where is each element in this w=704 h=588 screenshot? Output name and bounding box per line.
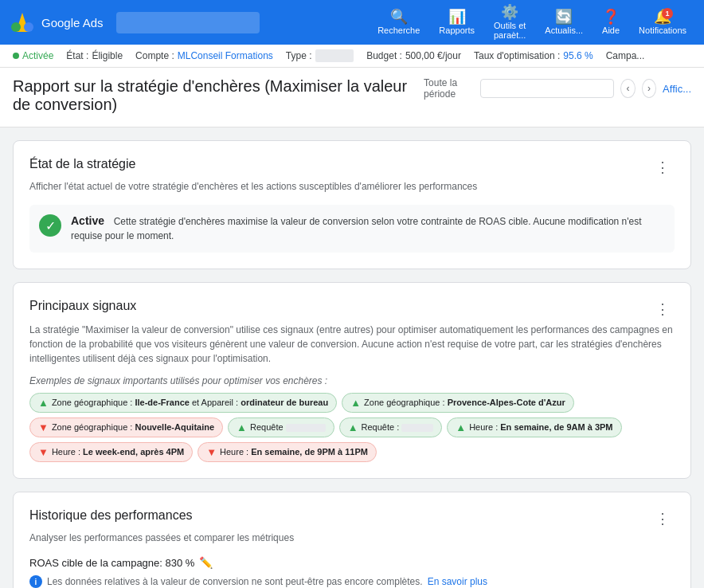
signal-tag-text: Zone géographique : Provence-Alpes-Cote … (364, 397, 565, 408)
status-bar: Activée État : Éligible Compte : MLConse… (0, 45, 704, 68)
top-navigation: Google Ads 🔍 Recherche 📊 Rapports ⚙️ Out… (0, 0, 704, 45)
next-date-button[interactable]: › (642, 79, 656, 98)
logo-text: Google Ads (41, 16, 104, 29)
historique-card-title: Historique des performances (29, 508, 193, 523)
signaux-examples-label: Exemples de signaux importants utilisés … (29, 375, 675, 386)
roas-cible-label: ROAS cible de la campagne: 830 % (29, 557, 194, 569)
arrow-down-icon: ▼ (38, 446, 49, 458)
nav-actualiser[interactable]: 🔄 Actualis... (537, 6, 591, 38)
logo: Google Ads (10, 10, 104, 35)
nav-actualiser-label: Actualis... (545, 25, 583, 35)
compte-link[interactable]: MLConseil Formations (178, 50, 273, 61)
nav-rapports[interactable]: 📊 Rapports (431, 6, 483, 38)
page-title: Rapport sur la stratégie d'enchères (Max… (13, 77, 424, 114)
svg-point-1 (24, 22, 33, 32)
budget-label: Budget : (366, 50, 402, 61)
arrow-up-icon: ▲ (350, 397, 361, 409)
nav-actions: 🔍 Recherche 📊 Rapports ⚙️ Outils etparaè… (370, 2, 694, 43)
nav-recherche-label: Recherche (377, 25, 420, 35)
etat-value: Éligible (92, 50, 123, 61)
status-type: Type : (286, 49, 354, 62)
historique-card-header: Historique des performances ⋮ (29, 508, 675, 529)
signal-tag-text: Heure : En semaine, de 9AM à 3PM (469, 421, 612, 433)
historique-more-button[interactable]: ⋮ (651, 508, 675, 529)
signal-tag: ▲ Zone géographique : Provence-Alpes-Cot… (342, 393, 574, 413)
nav-rapports-label: Rapports (439, 25, 475, 35)
status-budget: Budget : 500,00 €/jour (366, 50, 461, 61)
bell-icon: 🔔 1 (654, 10, 671, 24)
signal-tag: ▲ Zone géographique : Ile-de-France et A… (29, 393, 337, 413)
signal-tag-text: Requête : (362, 421, 434, 433)
info-icon: i (29, 575, 42, 588)
signaux-more-button[interactable]: ⋮ (651, 299, 675, 319)
notification-badge: 1 (662, 8, 673, 19)
active-dot (13, 53, 19, 59)
info-row: i Les données relatives à la valeur de c… (29, 575, 675, 588)
nav-aide[interactable]: ❓ Aide (594, 6, 628, 38)
arrow-down-icon: ▼ (206, 446, 217, 458)
nav-notifications-label: Notifications (639, 25, 686, 35)
signal-tag-text: Zone géographique : Ile-de-France et App… (52, 397, 328, 408)
afficher-link[interactable]: Affic... (663, 83, 691, 95)
signal-tag-text: Heure : Le week-end, après 4PM (52, 446, 184, 457)
tools-icon: ⚙️ (501, 5, 518, 19)
main-content: État de la stratégie ⋮ Afficher l'état a… (0, 127, 704, 588)
nav-outils[interactable]: ⚙️ Outils etparaèt... (486, 2, 534, 43)
etat-strategie-card: État de la stratégie ⋮ Afficher l'état a… (13, 140, 691, 269)
active-status-label: Active (71, 214, 104, 227)
nav-recherche[interactable]: 🔍 Recherche (370, 6, 428, 38)
signal-tag: ▲ Requête (228, 417, 334, 437)
compte-label: Compte : (135, 50, 174, 61)
status-compte: Compte : MLConseil Formations (135, 50, 273, 61)
taux-value: 95.6 % (563, 50, 593, 61)
etat-label: État : (66, 50, 88, 61)
signal-tag: ▼ Heure : Le week-end, après 4PM (29, 442, 193, 462)
type-label: Type : (286, 50, 312, 61)
signaux-card-title: Principaux signaux (29, 299, 136, 313)
date-range-input[interactable] (480, 79, 614, 98)
signal-tag: ▼ Heure : En semaine, de 9PM à 11PM (198, 442, 377, 462)
signal-tag: ▲ Heure : En semaine, de 9AM à 3PM (447, 417, 621, 437)
historique-card-subtitle: Analyser les performances passées et com… (29, 532, 675, 543)
info-text: Les données relatives à la valeur de con… (47, 576, 423, 587)
signal-tag: ▼ Zone géographique : Nouvelle-Aquitaine (29, 417, 223, 437)
arrow-up-icon: ▲ (456, 421, 466, 433)
etat-card-header: État de la stratégie ⋮ (29, 157, 675, 178)
status-active: Activée (13, 50, 53, 61)
etat-card-title: État de la stratégie (29, 157, 135, 171)
refresh-icon: 🔄 (555, 10, 573, 24)
budget-value: 500,00 €/jour (405, 50, 461, 61)
nav-aide-label: Aide (602, 25, 620, 35)
etat-card-subtitle: Afficher l'état actuel de votre stratégi… (29, 181, 675, 192)
signal-tag-text: Heure : En semaine, de 9PM à 11PM (220, 446, 368, 457)
status-etat: État : Éligible (66, 50, 123, 61)
active-status-desc: Cette stratégie d'enchères maximise la v… (71, 216, 642, 241)
signal-tag-text: Zone géographique : Nouvelle-Aquitaine (52, 421, 214, 433)
status-taux: Taux d'optimisation : 95.6 % (474, 50, 593, 61)
active-status-content: Active Cette stratégie d'enchères maximi… (71, 214, 665, 243)
info-link[interactable]: En savoir plus (428, 576, 487, 587)
nav-notifications[interactable]: 🔔 1 Notifications (631, 6, 694, 38)
google-ads-logo-icon (10, 10, 35, 35)
prev-date-button[interactable]: ‹ (620, 79, 635, 98)
nav-search-input[interactable] (116, 12, 260, 33)
campagne-label: Campa... (606, 50, 645, 61)
signal-tags-container: ▲ Zone géographique : Ile-de-France et A… (29, 393, 675, 462)
arrow-up-icon: ▲ (38, 397, 49, 409)
date-range-label: Toute la période (424, 77, 474, 100)
page-header: Rapport sur la stratégie d'enchères (Max… (0, 68, 704, 127)
signal-tag: ▲ Requête : (339, 417, 443, 437)
roas-cible-row: ROAS cible de la campagne: 830 % ✏️ (29, 556, 675, 569)
svg-point-2 (11, 22, 21, 32)
historique-card: Historique des performances ⋮ Analyser l… (13, 492, 691, 588)
signaux-card-header: Principaux signaux ⋮ (29, 299, 675, 319)
taux-label: Taux d'optimisation : (474, 50, 560, 61)
signaux-card: Principaux signaux ⋮ La stratégie "Maxim… (13, 282, 691, 479)
edit-icon[interactable]: ✏️ (199, 556, 213, 569)
signaux-card-subtitle: La stratégie "Maximiser la valeur de con… (29, 323, 675, 366)
arrow-up-icon: ▲ (237, 421, 247, 433)
etat-more-button[interactable]: ⋮ (651, 157, 675, 178)
signal-tag-text: Requête (250, 421, 326, 433)
reports-icon: 📊 (448, 10, 466, 24)
check-circle-icon: ✓ (39, 214, 61, 237)
